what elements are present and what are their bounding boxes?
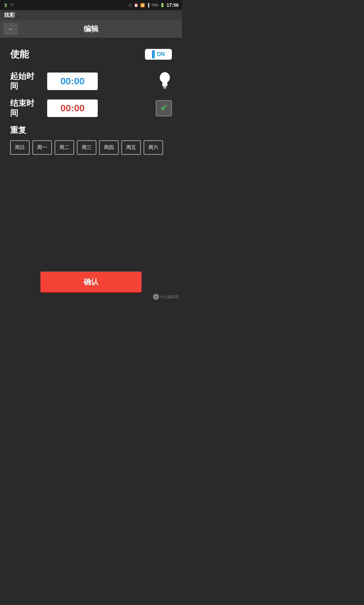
watermark: Ai 什么值得买 [153, 294, 179, 300]
back-arrow-icon: ← [8, 26, 14, 33]
toggle-on-text: ON [157, 51, 165, 57]
back-button[interactable]: ← [3, 23, 18, 35]
end-time-label: 结束时 间 [10, 98, 40, 118]
repeat-label: 重复 [10, 125, 172, 136]
alarm-icon: ⏰ [134, 3, 139, 7]
day-friday[interactable]: 周五 [121, 140, 141, 155]
end-time-checkbox[interactable]: ✔ [156, 100, 172, 116]
app-subtitle-bar: 炫彩 [0, 10, 182, 20]
svg-rect-2 [163, 87, 166, 88]
day-sunday[interactable]: 周日 [10, 140, 30, 155]
status-left-icons: 🍃 🛡 [3, 3, 14, 7]
leaf-icon: 🍃 [3, 3, 8, 7]
battery-text: 73% [151, 3, 158, 7]
svg-rect-1 [163, 86, 167, 87]
bluetooth-icon: ⬡ [129, 3, 132, 7]
shield-icon: 🛡 [10, 3, 14, 7]
app-subtitle-text: 炫彩 [4, 12, 15, 19]
start-time-label: 起始时 间 [10, 71, 40, 91]
repeat-section: 重复 周日 周一 周二 周三 周四 周五 周六 [10, 125, 172, 155]
enable-label: 使能 [10, 48, 29, 61]
day-monday[interactable]: 周一 [32, 140, 52, 155]
watermark-text: 什么值得买 [160, 294, 179, 299]
day-thursday[interactable]: 周四 [99, 140, 119, 155]
svg-rect-3 [163, 88, 166, 89]
page-title: 编辑 [84, 24, 98, 34]
svg-point-0 [160, 72, 170, 83]
confirm-button-wrapper: 确认 [40, 271, 142, 292]
confirm-button[interactable]: 确认 [40, 271, 142, 292]
checkmark-icon: ✔ [160, 103, 168, 113]
wifi-icon: 📶 [140, 3, 145, 7]
checkbox-area: ✔ [156, 100, 172, 116]
enable-toggle[interactable]: ON [145, 49, 172, 60]
day-tuesday[interactable]: 周二 [55, 140, 74, 155]
app-bar: ← 编辑 [0, 20, 182, 38]
toggle-bar [152, 50, 155, 58]
battery-icon: 🔋 [160, 3, 165, 7]
watermark-icon: Ai [153, 294, 159, 300]
end-time-input[interactable]: 00:00 [47, 99, 98, 117]
status-bar: 🍃 🛡 ⬡ ⏰ 📶 ▐ 73% 🔋 17:56 [0, 0, 182, 10]
time-display: 17:56 [166, 2, 179, 8]
bulb-icon [158, 71, 172, 90]
end-time-row: 结束时 间 00:00 ✔ [10, 98, 172, 118]
bulb-icon-area [158, 71, 172, 92]
main-content: 使能 ON 起始时 间 00:00 结束时 间 [0, 38, 182, 162]
signal-icon: ▐ [147, 3, 149, 7]
enable-row: 使能 ON [10, 48, 172, 61]
day-saturday[interactable]: 周六 [144, 140, 163, 155]
start-time-input[interactable]: 00:00 [47, 73, 98, 90]
day-wednesday[interactable]: 周三 [77, 140, 96, 155]
start-time-row: 起始时 间 00:00 [10, 71, 172, 92]
status-right-icons: ⬡ ⏰ 📶 ▐ 73% 🔋 17:56 [129, 2, 179, 8]
days-row: 周日 周一 周二 周三 周四 周五 周六 [10, 140, 172, 155]
